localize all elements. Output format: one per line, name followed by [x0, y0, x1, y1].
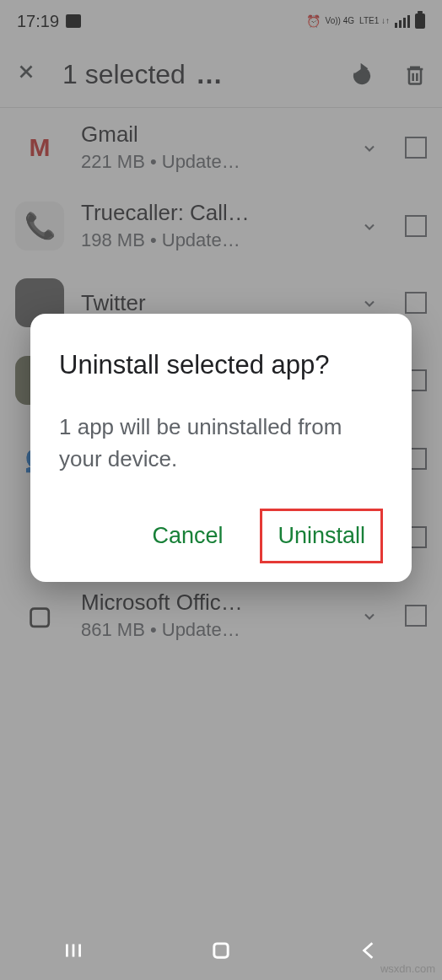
cancel-button[interactable]: Cancel: [148, 516, 226, 556]
dialog-title: Uninstall selected app?: [59, 347, 383, 383]
svg-rect-0: [214, 944, 228, 957]
recents-button[interactable]: [62, 940, 84, 967]
uninstall-dialog: Uninstall selected app? 1 app will be un…: [30, 314, 412, 582]
uninstall-highlight: Uninstall: [260, 509, 383, 563]
watermark: wsxdn.com: [380, 962, 435, 975]
android-navbar: [0, 926, 442, 980]
uninstall-button[interactable]: Uninstall: [274, 516, 369, 556]
home-button[interactable]: [209, 939, 233, 967]
back-button[interactable]: [358, 940, 380, 967]
dialog-body: 1 app will be uninstalled from your devi…: [59, 412, 383, 475]
